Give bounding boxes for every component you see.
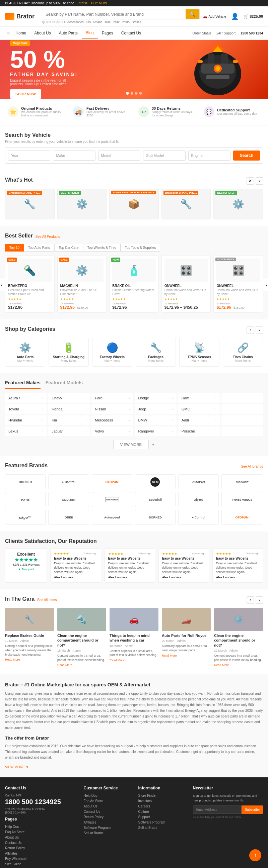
brand-hx45[interactable]: HX 45 bbox=[5, 492, 46, 507]
make-ram[interactable]: Ram› bbox=[178, 393, 220, 403]
dot-1[interactable] bbox=[126, 92, 129, 95]
make-porsche[interactable]: Porsche› bbox=[178, 427, 220, 436]
footer-cust-6[interactable]: Affiliates bbox=[84, 820, 132, 824]
brand-speedall[interactable]: SpeedAll bbox=[135, 492, 176, 507]
product-card-3[interactable]: NEW 🧴 BRAKE OIL Simple Leather Steering … bbox=[109, 255, 159, 313]
view-more-makes-button[interactable]: VIEW MORE bbox=[113, 440, 149, 449]
hot-item-2[interactable]: BESTSFILTER ⚙️ bbox=[57, 189, 107, 219]
footer-cust-1[interactable]: Help Doc bbox=[84, 794, 132, 798]
dot-2[interactable] bbox=[131, 92, 133, 95]
footer-phone[interactable]: 1800 500 1234925 bbox=[5, 798, 77, 806]
quick-search-item[interactable]: Brakes bbox=[132, 21, 141, 24]
tab-autoparts[interactable]: Top Auto Parts bbox=[24, 244, 54, 251]
submodel-select[interactable]: Sub Model bbox=[143, 151, 185, 160]
gara-read-more-1[interactable]: Read More bbox=[5, 658, 20, 661]
categories-next[interactable]: › bbox=[256, 327, 263, 334]
category-starting[interactable]: 🔋 Starting & Charging Many Items bbox=[49, 338, 89, 367]
make-rangeover[interactable]: Rangover› bbox=[135, 427, 176, 436]
make-jeep[interactable]: Jeep› bbox=[135, 404, 176, 414]
make-mercedes[interactable]: Mercedess› bbox=[91, 415, 133, 425]
nav-about[interactable]: About Us bbox=[30, 27, 55, 39]
whats-hot-prev[interactable]: ✕ bbox=[246, 177, 254, 185]
tab-tools[interactable]: Top Tools & Supplies bbox=[120, 244, 160, 251]
dot-3[interactable] bbox=[135, 92, 138, 95]
tab-makes[interactable]: Featured Makes bbox=[5, 380, 41, 389]
product-card-4[interactable]: 🎛️ ONWHEEL Carnauba Wash and Wax All In … bbox=[161, 255, 211, 313]
brand-oreii[interactable]: OREII bbox=[48, 510, 89, 525]
make-audi[interactable]: Audi› bbox=[178, 415, 220, 425]
make-kia[interactable]: Kia› bbox=[48, 415, 90, 425]
gara-post-3[interactable]: 🚗 Things to keep in mind when washing a … bbox=[110, 608, 158, 667]
logo[interactable]: Brator bbox=[5, 13, 38, 20]
category-autoparts[interactable]: ⚙️ Auto Parts Many Items bbox=[5, 338, 45, 367]
brand-otopum[interactable]: OTOPUM bbox=[92, 474, 132, 489]
make-honda[interactable]: Honda› bbox=[48, 404, 90, 414]
gara-read-more-5[interactable]: Read More bbox=[214, 663, 229, 666]
category-packages[interactable]: 🔧 Packages Many Items bbox=[136, 338, 176, 367]
tab-models[interactable]: Featured Models bbox=[46, 380, 83, 389]
make-jaguar[interactable]: Jaguar› bbox=[48, 427, 90, 436]
make-volvo[interactable]: Volvo› bbox=[91, 427, 133, 436]
best-seller-see-all[interactable]: See All Products bbox=[35, 235, 60, 239]
footer-page-6[interactable]: Affiliates bbox=[5, 851, 77, 855]
footer-cust-2[interactable]: Faq An Store bbox=[84, 799, 132, 803]
gara-see-all[interactable]: See All Items bbox=[37, 598, 57, 602]
gara-read-more-3[interactable]: Read More bbox=[110, 659, 125, 662]
category-wheels[interactable]: 🔵 Factory Wheels Many Items bbox=[92, 338, 132, 367]
footer-page-8[interactable]: Size Guide bbox=[5, 862, 77, 866]
whats-hot-next[interactable]: › bbox=[256, 177, 263, 185]
newsletter-input[interactable] bbox=[193, 805, 242, 814]
gara-read-more-2[interactable]: Read More bbox=[57, 663, 72, 666]
order-status[interactable]: Order Status bbox=[192, 31, 211, 35]
footer-info-7[interactable]: Sell at Brator bbox=[138, 826, 186, 830]
make-gmc[interactable]: GMC› bbox=[178, 404, 220, 414]
make-toyota[interactable]: Toyota› bbox=[5, 404, 47, 414]
category-chains[interactable]: 🔗 Tires Chains Many Items bbox=[223, 338, 263, 367]
model-select[interactable]: Model bbox=[98, 151, 140, 160]
scroll-top-button[interactable]: ↑ bbox=[249, 849, 261, 861]
user-icon[interactable]: 👤 bbox=[231, 13, 239, 20]
footer-page-7[interactable]: Buy Wholesale bbox=[5, 857, 77, 861]
footer-cust-7[interactable]: Software Program bbox=[84, 826, 132, 830]
brand-autospeed[interactable]: Autospeed bbox=[92, 510, 132, 525]
about-view-more[interactable]: VIEW MORE ▼ bbox=[5, 765, 263, 769]
footer-info-2[interactable]: Investors bbox=[138, 799, 186, 803]
brand-okgo[interactable]: okgo™ bbox=[5, 510, 46, 525]
make-lexus[interactable]: Lexus› bbox=[5, 427, 47, 436]
products-prev-button[interactable]: ‹ bbox=[0, 278, 5, 291]
products-next-button[interactable]: › bbox=[263, 278, 268, 291]
footer-info-5[interactable]: Support bbox=[138, 815, 186, 819]
make-ford[interactable]: Ford› bbox=[91, 393, 133, 403]
footer-cust-3[interactable]: About Us bbox=[84, 804, 132, 808]
brand-nispeed[interactable]: NiSPEED bbox=[92, 492, 132, 507]
make-bmw[interactable]: BMW› bbox=[135, 415, 176, 425]
product-card-5[interactable]: OUT OF STOCK 🎛️ ONWHEEL Carnauba Wash an… bbox=[213, 255, 263, 313]
hot-item-3[interactable]: SUPER SALE OFF FOR CLEARANCE 📦 bbox=[109, 189, 159, 219]
make-dodge[interactable]: Dodge› bbox=[135, 393, 176, 403]
brand-tyreswings[interactable]: TYRES WINGS bbox=[221, 492, 262, 507]
make-chevy[interactable]: Chevy› bbox=[48, 393, 90, 403]
hot-item-5[interactable]: BESTSFILTER ⚙️ bbox=[213, 189, 263, 219]
gara-next[interactable]: › bbox=[256, 596, 263, 604]
brand-borned[interactable]: BORNED bbox=[5, 474, 46, 489]
product-card-1[interactable]: SALE 🔦 BRAKEPRO Evolution Sport Drilled … bbox=[5, 255, 55, 313]
brand-control[interactable]: ● Control bbox=[48, 474, 89, 489]
search-input[interactable] bbox=[42, 9, 186, 19]
footer-page-2[interactable]: Faq An Store bbox=[5, 830, 77, 834]
vehicle-search-button[interactable]: Search bbox=[233, 151, 260, 160]
brand-autopart[interactable]: AutoPart bbox=[178, 474, 219, 489]
gara-post-2[interactable]: 🔩 Clean the engine compartment should or… bbox=[57, 608, 106, 667]
nav-autoparts[interactable]: Auto Parts bbox=[55, 27, 82, 39]
tab-top10[interactable]: Top 10 bbox=[5, 244, 24, 251]
nav-home[interactable]: Home bbox=[11, 27, 30, 39]
footer-info-4[interactable]: Culture bbox=[138, 810, 186, 813]
gara-post-4[interactable]: 🏎️ Auto Parts for Roll Royce 20 March Ad… bbox=[162, 608, 211, 667]
footer-cust-5[interactable]: Return Policy bbox=[84, 815, 132, 819]
year-select[interactable]: Year bbox=[8, 151, 50, 160]
categories-prev[interactable]: ‹ bbox=[246, 327, 254, 334]
quick-search-item[interactable]: Amana bbox=[93, 21, 103, 24]
make-nissan[interactable]: Nissan› bbox=[91, 404, 133, 414]
quick-search-item[interactable]: Accessories bbox=[67, 21, 84, 24]
gara-read-more-4[interactable]: Read More bbox=[162, 654, 177, 657]
brand-tachland[interactable]: Tachland bbox=[221, 474, 262, 489]
